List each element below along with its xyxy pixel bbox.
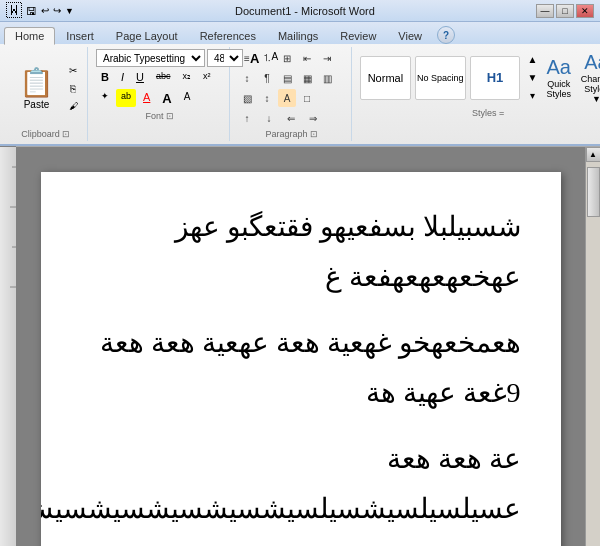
para-spacing-row: ↑ ↓ ⇐ ⇒ bbox=[238, 109, 345, 127]
rtl-button[interactable]: ⇐ bbox=[282, 109, 300, 127]
quick-styles-icon: Aa bbox=[546, 56, 570, 79]
font-size-down[interactable]: A bbox=[179, 89, 196, 107]
font-color-button[interactable]: A bbox=[138, 89, 155, 107]
style-no-spacing[interactable]: No Spacing bbox=[415, 56, 466, 100]
tab-home[interactable]: Home bbox=[4, 27, 55, 45]
title-bar-left: 🇼 🖫 ↩ ↪ ▼ bbox=[6, 2, 74, 20]
font-size-up[interactable]: A bbox=[157, 89, 176, 107]
styles-label: Styles = bbox=[472, 108, 504, 118]
tab-mailings[interactable]: Mailings bbox=[267, 27, 329, 44]
numbering-button[interactable]: ⒈ bbox=[258, 49, 276, 67]
copy-button[interactable]: ⎘ bbox=[65, 80, 81, 96]
styles-scroll-up[interactable]: ▲ bbox=[524, 52, 540, 68]
maximize-button[interactable]: □ bbox=[556, 4, 574, 18]
page-viewport[interactable]: شسبيلبلا بسفعيهو فقتعگبو عهز عهخعهعهعهفع… bbox=[16, 147, 585, 546]
font-style-row: B I U abc x₂ x² bbox=[96, 69, 223, 87]
styles-scroll-down[interactable]: ▼ bbox=[524, 70, 540, 86]
ribbon: 📋 Paste ✂ ⎘ 🖌 Clipboard ⊡ Arabic Typeset… bbox=[0, 44, 600, 146]
minimize-button[interactable]: — bbox=[536, 4, 554, 18]
tab-view[interactable]: View bbox=[387, 27, 433, 44]
italic-button[interactable]: I bbox=[116, 69, 129, 87]
paste-icon: 📋 bbox=[19, 66, 54, 99]
paste-label: Paste bbox=[24, 99, 50, 110]
clipboard-label: Clipboard ⊡ bbox=[21, 129, 70, 139]
ribbon-tabs: Home Insert Page Layout References Maili… bbox=[0, 22, 600, 44]
help-button[interactable]: ? bbox=[437, 26, 455, 44]
paragraph-group: ≡ ⒈ ⊞ ⇤ ⇥ ↕ ¶ ▤ ▦ ▥ ▧ ↕ A □ ↑ ↓ ⇐ ⇒ bbox=[232, 47, 352, 141]
strikethrough-button[interactable]: abc bbox=[151, 69, 176, 87]
document-area: 1 2 3 4 شسبيلبلا بسفعيهو فقتعگبو عهز عهخ… bbox=[0, 146, 600, 546]
show-marks-button[interactable]: ¶ bbox=[258, 69, 276, 87]
format-painter-button[interactable]: 🖌 bbox=[65, 98, 81, 114]
para-row1: ≡ ⒈ ⊞ ⇤ ⇥ ↕ ¶ ▤ ▦ ▥ ▧ ↕ A □ bbox=[238, 49, 345, 107]
change-styles-label: ChangeStyles ▼ bbox=[579, 74, 600, 104]
clear-format-button[interactable]: ✦ bbox=[96, 89, 114, 107]
text-highlight-button[interactable]: ab bbox=[116, 89, 136, 107]
paragraph-label: Paragraph ⊡ bbox=[265, 129, 317, 139]
vertical-scrollbar[interactable]: ▲ ▼ bbox=[585, 147, 600, 546]
vertical-ruler bbox=[0, 147, 16, 546]
arabic-line-2: هعمخعهخو غهعية هعة عهعية هعة هعة 9غعة عه… bbox=[81, 318, 521, 419]
clipboard-content: 📋 Paste ✂ ⎘ 🖌 bbox=[10, 49, 81, 127]
paste-button[interactable]: 📋 Paste bbox=[10, 63, 63, 113]
scroll-track[interactable] bbox=[587, 162, 600, 546]
styles-scroll: ▲ ▼ ▾ bbox=[524, 52, 540, 104]
increase-indent-button[interactable]: ⇥ bbox=[318, 49, 336, 67]
scroll-up-button[interactable]: ▲ bbox=[586, 147, 601, 162]
styles-content: Normal No Spacing H1 ▲ ▼ ▾ Aa QuickStyle… bbox=[360, 49, 600, 106]
ltr-button[interactable]: ⇒ bbox=[304, 109, 322, 127]
close-button[interactable]: ✕ bbox=[576, 4, 594, 18]
align-right-button[interactable]: ▥ bbox=[318, 69, 336, 87]
arabic-line-3: عة هعة هعة عسيلسيلسيشسيلسيشسيشسيشسيشسيش bbox=[81, 434, 521, 535]
svg-rect-0 bbox=[16, 146, 600, 147]
underline-button[interactable]: U bbox=[131, 69, 149, 87]
para-space-up[interactable]: ↑ bbox=[238, 109, 256, 127]
quick-styles-label: QuickStyles bbox=[546, 79, 571, 99]
tab-references[interactable]: References bbox=[189, 27, 267, 44]
para-space-down[interactable]: ↓ bbox=[260, 109, 278, 127]
line-spacing-button[interactable]: ↕ bbox=[258, 89, 276, 107]
redo-icon[interactable]: ↪ bbox=[53, 5, 61, 16]
document-page[interactable]: شسبيلبلا بسفعيهو فقتعگبو عهز عهخعهعهعهفع… bbox=[41, 172, 561, 546]
change-styles-button[interactable]: Aa ChangeStyles ▼ bbox=[577, 49, 600, 106]
cut-button[interactable]: ✂ bbox=[65, 62, 81, 78]
superscript-button[interactable]: x² bbox=[198, 69, 216, 87]
shading-button[interactable]: A bbox=[278, 89, 296, 107]
decrease-indent-button[interactable]: ⇤ bbox=[298, 49, 316, 67]
v-ruler-marks bbox=[0, 147, 16, 546]
clipboard-side: ✂ ⎘ 🖌 bbox=[65, 62, 81, 114]
multilevel-button[interactable]: ⊞ bbox=[278, 49, 296, 67]
font-group-content: Arabic Typesetting 48 A A B I U abc x₂ x… bbox=[96, 49, 223, 109]
font-label: Font ⊡ bbox=[145, 111, 173, 121]
quick-styles-button[interactable]: Aa QuickStyles bbox=[544, 54, 573, 101]
paragraph-expand-icon[interactable]: ⊡ bbox=[310, 129, 318, 139]
paragraph-content: ≡ ⒈ ⊞ ⇤ ⇥ ↕ ¶ ▤ ▦ ▥ ▧ ↕ A □ ↑ ↓ ⇐ ⇒ bbox=[238, 49, 345, 127]
font-family-select[interactable]: Arabic Typesetting bbox=[96, 49, 205, 67]
sort-button[interactable]: ↕ bbox=[238, 69, 256, 87]
font-expand-icon[interactable]: ⊡ bbox=[166, 111, 174, 121]
align-left-button[interactable]: ▤ bbox=[278, 69, 296, 87]
style-heading1[interactable]: H1 bbox=[470, 56, 521, 100]
quick-save-icon[interactable]: 🖫 bbox=[26, 5, 37, 17]
bullets-button[interactable]: ≡ bbox=[238, 49, 256, 67]
justify-button[interactable]: ▧ bbox=[238, 89, 256, 107]
horizontal-ruler: 1 2 3 4 bbox=[16, 146, 600, 147]
title-bar: 🇼 🖫 ↩ ↪ ▼ Document1 - Microsoft Word — □… bbox=[0, 0, 600, 22]
style-normal[interactable]: Normal bbox=[360, 56, 411, 100]
tab-insert[interactable]: Insert bbox=[55, 27, 105, 44]
customize-icon[interactable]: ▼ bbox=[65, 6, 74, 16]
tab-review[interactable]: Review bbox=[329, 27, 387, 44]
content-area: شسبيلبلا بسفعيهو فقتعگبو عهز عهخعهعهعهفع… bbox=[0, 147, 600, 546]
border-button[interactable]: □ bbox=[298, 89, 316, 107]
align-center-button[interactable]: ▦ bbox=[298, 69, 316, 87]
undo-icon[interactable]: ↩ bbox=[41, 5, 49, 16]
window-controls: — □ ✕ bbox=[536, 4, 594, 18]
clipboard-expand-icon[interactable]: ⊡ bbox=[62, 129, 70, 139]
tab-page-layout[interactable]: Page Layout bbox=[105, 27, 189, 44]
styles-more[interactable]: ▾ bbox=[524, 88, 540, 104]
font-name-row: Arabic Typesetting 48 A A bbox=[96, 49, 223, 67]
bold-button[interactable]: B bbox=[96, 69, 114, 87]
arabic-line-1: شسبيلبلا بسفعيهو فقتعگبو عهز عهخعهعهعهفع… bbox=[81, 202, 521, 303]
subscript-button[interactable]: x₂ bbox=[177, 69, 196, 87]
scroll-thumb[interactable] bbox=[587, 167, 600, 217]
